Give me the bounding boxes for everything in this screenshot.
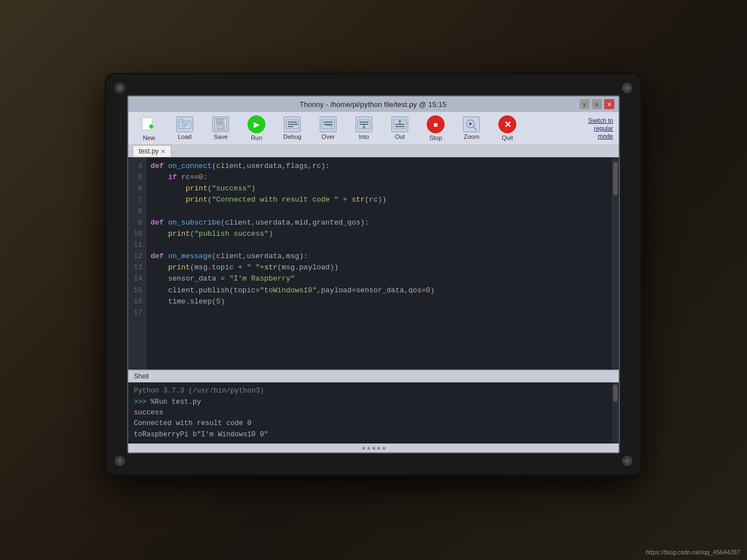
out-label: Out [395,133,405,140]
over-button[interactable]: Over [311,114,346,142]
editor-tab[interactable]: test.py ✕ [133,145,171,157]
run-icon: ▶ [248,115,265,133]
run-label: Run [251,134,262,141]
svg-line-31 [473,127,477,130]
out-icon [391,116,408,132]
screw-tr [622,83,632,93]
title-bar-text: Thonny - /home/pi/python file/test.py @ … [300,100,447,109]
into-button[interactable]: Into [347,114,381,142]
zoom-icon [463,116,480,132]
load-icon [176,116,193,132]
zoom-button[interactable]: Zoom [454,114,489,142]
new-button[interactable]: New [132,114,166,142]
code-editor[interactable]: def on_connect(client,userdata,flags,rc)… [146,157,619,370]
shell-output-3: toRaspberryPi b"I'm Windows10 0" [134,430,613,440]
dot-1 [362,447,365,450]
debug-button[interactable]: Debug [275,114,310,142]
stop-button[interactable]: ■ Stop [418,114,453,142]
shell-output-1: success [134,408,613,418]
stop-icon: ■ [427,115,445,133]
new-label: New [143,134,155,141]
tablet-frame: Thonny - /home/pi/python file/test.py @ … [105,73,642,476]
minimize-button[interactable]: ∨ [580,99,590,109]
title-bar: Thonny - /home/pi/python file/test.py @ … [128,96,619,112]
dot-4 [377,447,380,450]
switch-mode-link[interactable]: Switch toregularmode [588,116,615,141]
tab-bar: test.py ✕ [128,145,619,157]
quit-button[interactable]: ✕ Quit [490,114,525,142]
shell-section: Shell Python 3.7.3 (/usr/bin/python3) >>… [128,370,619,444]
toolbar: New Load [128,112,619,145]
load-button[interactable]: Load [167,114,202,142]
screen: Thonny - /home/pi/python file/test.py @ … [127,95,620,454]
shell-header: Shell [128,370,619,382]
shell-command: %Run test.py [151,398,201,406]
bottom-indicator [128,444,619,452]
shell-version-line: Python 3.7.3 (/usr/bin/python3) [134,386,613,396]
editor-scrollbar-thumb [613,162,618,195]
save-label: Save [213,133,227,140]
editor-area: 4 5 6 7 8 9 10 11 12 13 14 15 16 17 def … [128,157,619,370]
new-icon [140,115,158,133]
maximize-button[interactable]: ∧ [592,99,602,109]
svg-rect-10 [217,124,224,129]
tab-filename: test.py [139,147,158,155]
quit-icon: ✕ [498,115,516,133]
dot-5 [382,447,385,450]
run-button[interactable]: ▶ Run [239,114,274,142]
shell-scrollbar-thumb [613,385,618,402]
dot-2 [367,447,370,450]
shell-content[interactable]: Python 3.7.3 (/usr/bin/python3) >>> %Run… [128,382,619,444]
into-icon [356,116,372,132]
save-icon [212,116,229,132]
out-button[interactable]: Out [382,114,417,142]
shell-command-line: >>> %Run test.py [134,397,613,408]
tab-close-button[interactable]: ✕ [161,148,165,155]
shell-scrollbar[interactable] [612,382,619,444]
dot-3 [372,447,375,450]
line-numbers: 4 5 6 7 8 9 10 11 12 13 14 15 16 17 [128,157,146,370]
over-icon [320,116,337,132]
debug-icon [284,116,301,132]
into-label: Into [359,133,369,140]
save-button[interactable]: Save [203,114,238,142]
editor-scrollbar[interactable] [612,157,619,370]
svg-rect-9 [216,119,223,123]
screw-tl [115,83,125,93]
shell-output-2: Connected with result code 0 [134,418,613,429]
close-button[interactable]: ✕ [604,99,614,109]
watermark: https://blog.csdn.net/qq_45644287 [646,549,740,556]
shell-label: Shell [134,372,149,380]
screw-bl [115,456,125,466]
zoom-label: Zoom [464,133,479,140]
stop-label: Stop [429,134,442,141]
svg-rect-4 [179,119,183,122]
load-label: Load [178,133,192,140]
title-bar-controls: ∨ ∧ ✕ [580,99,614,109]
quit-label: Quit [502,134,513,141]
over-label: Over [321,133,335,140]
screw-br [622,456,632,466]
shell-prompt: >>> [134,398,151,406]
debug-label: Debug [283,133,301,140]
